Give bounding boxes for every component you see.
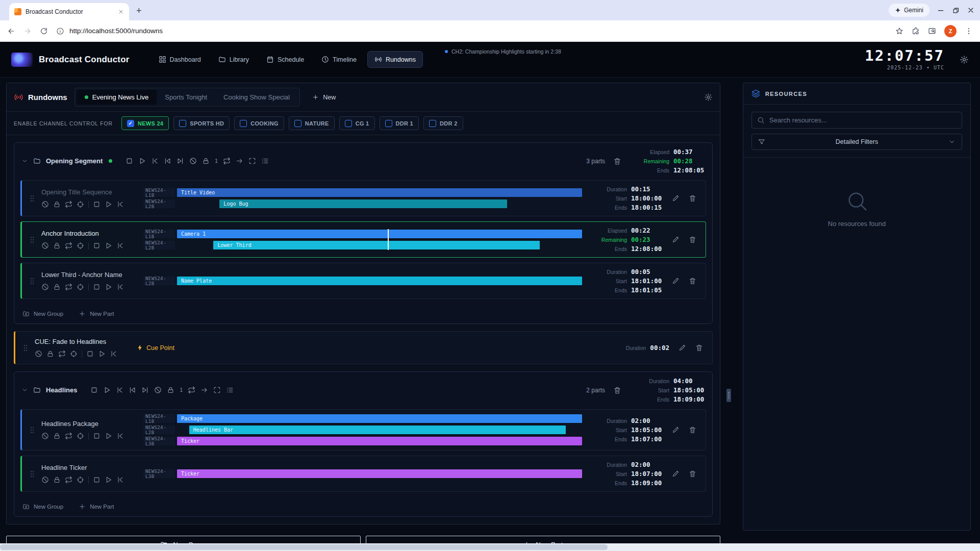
timeline-clip[interactable]: Logo Bug — [219, 199, 507, 208]
stop-icon[interactable] — [86, 350, 94, 358]
horizontal-scrollbar[interactable] — [0, 543, 980, 551]
resources-search[interactable] — [751, 112, 962, 129]
fullscreen-icon[interactable] — [248, 157, 256, 165]
skip-to-start-icon[interactable] — [116, 201, 124, 208]
disable-icon[interactable] — [41, 476, 49, 484]
nav-library[interactable]: Library — [212, 52, 256, 67]
site-info-icon[interactable] — [56, 27, 64, 35]
skip-to-start-icon[interactable] — [110, 350, 117, 358]
chevron-down-icon[interactable] — [21, 158, 28, 164]
skip-to-start-icon[interactable] — [116, 242, 124, 249]
stop-icon[interactable] — [125, 157, 133, 165]
edit-pencil-icon[interactable] — [672, 470, 680, 478]
trash-icon[interactable] — [689, 426, 696, 434]
drag-handle-icon[interactable] — [28, 277, 36, 285]
tab-close-icon[interactable] — [118, 9, 124, 15]
skip-to-start-icon[interactable] — [116, 432, 124, 440]
nav-dashboard[interactable]: Dashboard — [152, 52, 208, 67]
timeline-clip[interactable]: Title Video — [177, 188, 582, 197]
timeline-clip[interactable]: Ticker — [177, 469, 582, 478]
disable-icon[interactable] — [41, 432, 49, 440]
drag-handle-icon[interactable] — [28, 194, 36, 203]
settings-gear-icon[interactable] — [960, 55, 969, 64]
loop-icon[interactable] — [223, 157, 231, 165]
disable-icon[interactable] — [189, 157, 197, 165]
url-text[interactable]: http://localhost:5000/rundowns — [69, 27, 163, 35]
loop-icon[interactable] — [65, 432, 72, 440]
target-icon[interactable] — [77, 476, 84, 484]
target-icon[interactable] — [77, 201, 84, 208]
trash-icon[interactable] — [695, 344, 703, 352]
resources-search-input[interactable] — [769, 116, 957, 124]
loop-icon[interactable] — [65, 476, 72, 484]
disable-icon[interactable] — [41, 242, 49, 249]
skip-next-icon[interactable] — [177, 157, 184, 165]
play-icon[interactable] — [105, 476, 112, 484]
edit-pencil-icon[interactable] — [672, 194, 680, 202]
drag-handle-icon[interactable] — [28, 470, 36, 478]
new-rundown-button[interactable]: New — [307, 91, 341, 104]
channel-chip-nature[interactable]: NATURE — [289, 116, 335, 130]
lock-icon[interactable] — [46, 350, 54, 358]
tab-cooking-show-special[interactable]: Cooking Show Special — [215, 90, 298, 105]
lock-icon[interactable] — [167, 386, 174, 394]
checkbox[interactable] — [429, 120, 436, 127]
trash-icon[interactable] — [613, 386, 621, 394]
play-icon[interactable] — [98, 350, 106, 358]
target-icon[interactable] — [70, 350, 78, 358]
browser-forward-button[interactable] — [23, 27, 32, 35]
new-group-link[interactable]: New Group — [22, 310, 63, 317]
browser-tab[interactable]: Broadcast Conductor — [9, 3, 129, 20]
profile-avatar[interactable]: Z — [944, 25, 957, 37]
tab-sports-tonight[interactable]: Sports Tonight — [157, 90, 215, 105]
checkbox[interactable] — [240, 120, 247, 127]
lock-icon[interactable] — [53, 432, 61, 440]
checkbox[interactable] — [179, 120, 186, 127]
new-tab-button[interactable]: + — [136, 6, 142, 16]
edit-pencil-icon[interactable] — [679, 344, 686, 352]
timeline-clip[interactable]: Package — [177, 414, 582, 423]
play-icon[interactable] — [138, 157, 146, 165]
target-icon[interactable] — [77, 432, 84, 440]
window-maximize-button[interactable] — [952, 7, 960, 14]
timeline-clip[interactable]: Camera 1 — [177, 230, 582, 238]
trash-icon[interactable] — [689, 194, 696, 202]
browser-back-button[interactable] — [7, 27, 15, 35]
bookmark-star-icon[interactable] — [895, 27, 903, 35]
play-icon[interactable] — [105, 242, 112, 249]
drag-handle-icon[interactable] — [21, 344, 30, 352]
window-minimize-button[interactable] — [937, 6, 945, 14]
new-part-link[interactable]: New Part — [79, 503, 114, 510]
skip-next-icon[interactable] — [141, 386, 149, 394]
skip-previous-icon[interactable] — [164, 157, 171, 165]
skip-to-start-icon[interactable] — [116, 476, 124, 484]
nav-rundowns[interactable]: Rundowns — [367, 51, 423, 68]
browser-reload-button[interactable] — [40, 27, 48, 35]
lock-icon[interactable] — [53, 201, 61, 208]
disable-icon[interactable] — [41, 283, 49, 291]
lock-icon[interactable] — [53, 476, 61, 484]
nav-timeline[interactable]: Timeline — [315, 52, 363, 67]
checkbox[interactable] — [294, 120, 301, 127]
extensions-icon[interactable] — [912, 27, 920, 35]
playhead[interactable] — [388, 229, 389, 250]
stop-icon[interactable] — [93, 476, 100, 484]
edit-pencil-icon[interactable] — [672, 277, 680, 285]
stop-icon[interactable] — [93, 242, 100, 249]
drag-handle-icon[interactable] — [28, 236, 36, 244]
arrow-right-icon[interactable] — [200, 386, 208, 394]
edit-pencil-icon[interactable] — [672, 426, 680, 434]
ordered-list-icon[interactable] — [226, 386, 234, 394]
channel-chip-ddr1[interactable]: DDR 1 — [380, 116, 419, 130]
skip-previous-icon[interactable] — [129, 386, 136, 394]
stop-icon[interactable] — [93, 283, 100, 291]
loop-icon[interactable] — [65, 283, 72, 291]
trash-icon[interactable] — [613, 157, 621, 165]
ordered-list-icon[interactable] — [261, 157, 269, 165]
trash-icon[interactable] — [689, 236, 696, 243]
drag-handle-icon[interactable] — [28, 426, 36, 434]
play-icon[interactable] — [105, 201, 112, 208]
browser-menu-icon[interactable] — [965, 27, 973, 35]
loop-icon[interactable] — [65, 201, 72, 208]
checkbox[interactable] — [345, 120, 352, 127]
